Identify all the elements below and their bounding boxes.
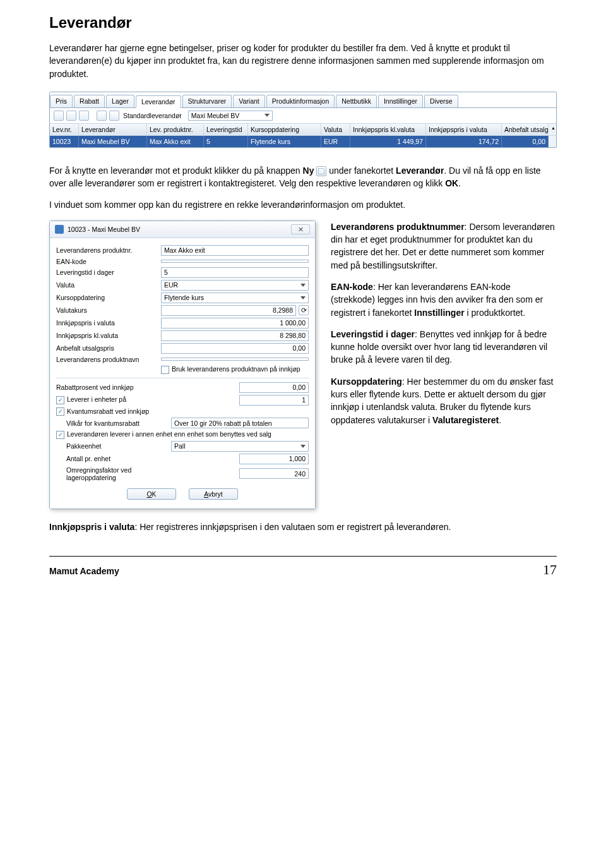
col-header[interactable]: Innkjøpspris i valuta: [426, 124, 502, 135]
col-header[interactable]: Kursoppdatering: [248, 124, 321, 135]
grid-data-row[interactable]: 10023Maxi Meubel BVMax Akko exit5Flytend…: [50, 136, 556, 147]
dialog-title-text: 10023 - Maxi Meubel BV: [68, 226, 140, 233]
footer-brand: Mamut Academy: [49, 566, 119, 576]
cell: 0,00: [502, 136, 549, 147]
mid-paragraph-1: For å knytte en leverandør mot et produk…: [49, 164, 557, 190]
text-input[interactable]: 8 298,80: [161, 330, 309, 341]
chevron-down-icon: [300, 284, 306, 287]
cell: 10023: [50, 136, 79, 147]
cell: Max Akko exit: [147, 136, 204, 147]
col-header[interactable]: Leverandør: [79, 124, 147, 135]
text-input[interactable]: 8,2988: [161, 305, 296, 316]
col-header[interactable]: Valuta: [321, 124, 350, 135]
refresh-icon[interactable]: ⟳: [299, 305, 309, 315]
field-label: Leveringstid i dager: [56, 268, 157, 276]
tab-pris[interactable]: Pris: [50, 95, 73, 107]
intro-paragraph: Leverandører har gjerne egne betingelser…: [49, 42, 557, 80]
col-header[interactable]: Lev.nr.: [50, 124, 79, 135]
text-input[interactable]: Max Akko exit: [161, 245, 309, 256]
col-header[interactable]: Lev. produktnr.: [147, 124, 204, 135]
vilkaar-input[interactable]: Over 10 gir 20% rabatt på totalen: [171, 418, 309, 428]
field-label: Antall pr. enhet: [56, 455, 167, 462]
pakkeenhet-select[interactable]: Pall: [171, 441, 309, 452]
new-doc-icon: [316, 166, 326, 176]
tab-strukturvarer[interactable]: Strukturvarer: [182, 95, 232, 107]
field-label: Valutakurs: [56, 306, 157, 314]
col-header[interactable]: Anbefalt utsalgspris: [502, 124, 549, 135]
std-supplier-select[interactable]: Maxi Meubel BV: [188, 111, 273, 121]
col-header[interactable]: Innkjøpspris kl.valuta: [350, 124, 426, 135]
text-input[interactable]: 5: [161, 267, 309, 278]
field-label: Leverandørens produktnr.: [56, 246, 157, 254]
text-input[interactable]: [161, 358, 309, 361]
checkbox-bruk-produktnavn[interactable]: [161, 366, 169, 374]
supplier-product-dialog: 10023 - Maxi Meubel BV ✕ Leverandørens p…: [49, 220, 316, 509]
field-label: Kursoppdatering: [56, 294, 157, 301]
close-icon[interactable]: ✕: [291, 224, 310, 234]
tab-variant[interactable]: Variant: [233, 95, 265, 107]
field-label: Pakkeenhet: [56, 442, 167, 450]
scroll-up-icon[interactable]: ▲: [549, 124, 556, 135]
tool-icon-b[interactable]: [109, 111, 119, 121]
panel-toolbar: Standardleverandør Maxi Meubel BV: [50, 108, 556, 123]
cell: EUR: [321, 136, 350, 147]
col-header[interactable]: Leveringstid: [204, 124, 248, 135]
desc-leveringstid: Leveringstid i dager: Benyttes ved innkj…: [331, 328, 557, 366]
page-footer: Mamut Academy 17: [49, 556, 557, 578]
tab-nettbutikk[interactable]: Nettbutikk: [336, 95, 377, 107]
cell: Flytende kurs: [248, 136, 321, 147]
select-input[interactable]: EUR: [161, 280, 309, 291]
omregning-input[interactable]: 240: [239, 468, 309, 479]
cancel-button[interactable]: Avbryt: [189, 488, 238, 500]
tab-produktinformasjon[interactable]: Produktinformasjon: [266, 95, 335, 107]
field-label: Anbefalt utsalgspris: [56, 344, 157, 352]
mid-paragraph-2: I vinduet som kommer opp kan du registre…: [49, 198, 557, 211]
std-supplier-value: Maxi Meubel BV: [191, 112, 239, 119]
leverer-value-input[interactable]: 1: [239, 395, 309, 406]
checkbox-label: Bruk leverandørens produktnavn på innkjø…: [172, 365, 300, 373]
page-heading: Leverandør: [49, 14, 557, 32]
cell: 5: [204, 136, 248, 147]
field-label: EAN-kode: [56, 258, 157, 265]
grid-header-row: Lev.nr.LeverandørLev. produktnr.Levering…: [50, 123, 556, 136]
edit-icon[interactable]: [66, 111, 76, 121]
tab-lager[interactable]: Lager: [106, 95, 134, 107]
chevron-down-icon: [264, 114, 270, 117]
rabatt-input[interactable]: 0,00: [239, 382, 309, 393]
scrollbar-track[interactable]: [549, 136, 556, 147]
text-input[interactable]: 1 000,00: [161, 318, 309, 329]
text-input[interactable]: [161, 260, 309, 263]
tab-rabatt[interactable]: Rabatt: [74, 95, 105, 107]
std-supplier-label: Standardleverandør: [123, 112, 182, 119]
checkbox-label: Kvantumsrabatt ved innkjøp: [67, 407, 149, 415]
field-label: Innkjøpspris i valuta: [56, 319, 157, 327]
antall-input[interactable]: 1,000: [239, 454, 309, 464]
tab-innstillinger[interactable]: Innstillinger: [378, 95, 423, 107]
desc-produktnummer: Leverandørens produktnummer: Dersom leve…: [331, 220, 557, 272]
desc-kursoppdatering: Kursoppdatering: Her bestemmer du om du …: [331, 375, 557, 426]
delete-icon[interactable]: [79, 111, 89, 121]
field-label: Omregningsfaktor ved lageroppdatering: [56, 466, 167, 481]
field-label: Vilkår for kvantumsrabatt: [56, 419, 167, 427]
supplier-tab-panel: PrisRabattLagerLeverandørStrukturvarerVa…: [49, 92, 557, 148]
tab-leverandør[interactable]: Leverandør: [136, 95, 181, 108]
tool-icon-a[interactable]: [97, 111, 107, 121]
ok-button[interactable]: OK: [127, 488, 176, 500]
tab-strip: PrisRabattLagerLeverandørStrukturvarerVa…: [50, 92, 556, 108]
checkbox-annen-enhet[interactable]: [56, 431, 64, 439]
select-input[interactable]: Flytende kurs: [161, 292, 309, 303]
cell: 174,72: [426, 136, 502, 147]
text-input[interactable]: 0,00: [161, 343, 309, 354]
checkbox-label: Leverer i enheter på: [67, 395, 126, 403]
new-icon[interactable]: [54, 111, 64, 121]
checkbox-kvantumsrabatt[interactable]: [56, 407, 64, 416]
desc-ean: EAN-kode: Her kan leverandørens EAN-kode…: [331, 280, 557, 319]
footer-page-number: 17: [543, 562, 557, 578]
field-label: Rabattprosent ved innkjøp: [56, 383, 157, 391]
cell: Maxi Meubel BV: [79, 136, 147, 147]
field-label: Valuta: [56, 281, 157, 289]
tab-diverse[interactable]: Diverse: [424, 95, 458, 107]
cell: 1 449,97: [350, 136, 426, 147]
checkbox-leverer-enheter[interactable]: [56, 396, 64, 404]
dialog-titlebar: 10023 - Maxi Meubel BV ✕: [50, 221, 315, 238]
